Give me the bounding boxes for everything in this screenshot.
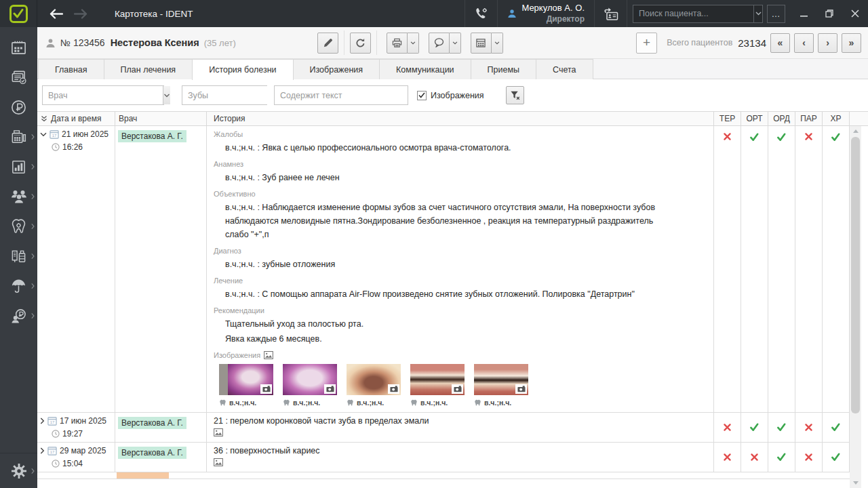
- vertical-scrollbar[interactable]: [850, 126, 861, 488]
- dental-photo-thumbnail[interactable]: [347, 364, 401, 395]
- status-par: [804, 423, 813, 432]
- total-patients-label: Всего пациентов: [667, 38, 732, 47]
- column-ord[interactable]: ОРД: [768, 112, 795, 125]
- search-dropdown-icon[interactable]: [753, 5, 762, 22]
- scrollbar-thumb[interactable]: [851, 137, 860, 413]
- column-history[interactable]: История: [207, 112, 714, 125]
- table-row[interactable]: 17 21 июн 2025 16:26 Верстакова А. Г. Жа…: [37, 126, 850, 413]
- tab-glavnaya[interactable]: Главная: [38, 59, 104, 79]
- table-row-partial[interactable]: [37, 472, 850, 479]
- clear-filter-button[interactable]: [506, 86, 524, 104]
- sidebar-item-schedule[interactable]: [0, 33, 37, 62]
- appointment-button[interactable]: [471, 33, 492, 54]
- chevron-right-icon: [31, 313, 35, 319]
- next-patient-button[interactable]: ›: [818, 33, 837, 53]
- sidebar-item-reports[interactable]: [0, 152, 37, 182]
- sidebar-item-materials[interactable]: [0, 241, 37, 271]
- column-xr[interactable]: ХР: [823, 112, 850, 125]
- visits-icon: [10, 69, 27, 86]
- calendar-icon: 17: [47, 446, 57, 455]
- dental-photo-thumbnail[interactable]: [474, 364, 528, 395]
- doctor-filter-dropdown-icon[interactable]: [163, 86, 170, 104]
- scroll-up-icon[interactable]: [850, 126, 861, 136]
- message-dropdown-icon[interactable]: [450, 33, 461, 54]
- tab-priemy[interactable]: Приемы: [471, 59, 536, 79]
- sidebar-item-insurance[interactable]: [0, 271, 37, 301]
- first-patient-button[interactable]: «: [770, 33, 790, 53]
- appointment-dropdown-icon[interactable]: [492, 33, 503, 54]
- telephony-button[interactable]: [465, 0, 497, 27]
- table-row[interactable]: 17 29 мар 2025 15:04 Верстакова А. Г. 36…: [37, 443, 850, 472]
- doctor-name-badge: Верстакова А. Г.: [118, 130, 186, 142]
- thumbnail-caption: в.ч.;н.ч.: [420, 399, 448, 407]
- dental-photo-thumbnail[interactable]: [219, 364, 273, 395]
- tab-istoriya-bolezni[interactable]: История болезни: [192, 59, 293, 80]
- sidebar: [0, 27, 37, 488]
- section-label: Рекомендации: [214, 306, 708, 314]
- message-button[interactable]: [429, 33, 450, 54]
- back-icon[interactable]: [50, 9, 63, 19]
- sidebar-item-cashbox[interactable]: [0, 122, 37, 152]
- dental-photo-thumbnail[interactable]: [283, 364, 337, 395]
- scroll-down-icon[interactable]: [850, 478, 861, 488]
- sidebar-item-settings[interactable]: [0, 453, 37, 488]
- tab-plan-lecheniya[interactable]: План лечения: [104, 59, 193, 79]
- patient-search-input[interactable]: [633, 5, 753, 22]
- add-patient-button[interactable]: +: [636, 33, 657, 54]
- section-text: в.ч.;н.ч. : Зуб ранее не лечен: [225, 171, 676, 184]
- dental-photo-thumbnail[interactable]: [410, 364, 465, 395]
- salary-icon: [10, 308, 27, 325]
- chevron-right-icon: [31, 164, 35, 170]
- status-ord: [776, 422, 787, 432]
- tab-kommunikatsii[interactable]: Коммуникации: [379, 59, 471, 79]
- chevron-right-icon: [31, 224, 35, 230]
- prev-patient-button[interactable]: ‹: [794, 33, 814, 53]
- status-xr: [831, 452, 841, 462]
- print-button[interactable]: [387, 33, 408, 54]
- sidebar-item-patients[interactable]: [0, 182, 37, 211]
- chevron-right-icon: [31, 468, 35, 474]
- collapse-row-icon[interactable]: [40, 132, 47, 137]
- sidebar-item-dental[interactable]: [0, 211, 37, 241]
- expand-row-icon[interactable]: [40, 447, 45, 454]
- status-xr: [831, 422, 841, 432]
- current-user-button[interactable]: Меркулов А. О. Директор: [497, 0, 594, 27]
- section-text: Явка каждые 6 месяцев.: [225, 332, 676, 346]
- sidebar-item-salary[interactable]: [0, 301, 37, 331]
- forward-icon[interactable]: [74, 9, 87, 19]
- tooth-icon: [347, 399, 354, 407]
- sidebar-item-payments[interactable]: [0, 92, 37, 122]
- collapse-all-icon[interactable]: [41, 115, 47, 122]
- refresh-button[interactable]: [350, 33, 371, 54]
- column-ter[interactable]: ТЕР: [714, 112, 741, 125]
- calendar-icon: 17: [47, 416, 57, 426]
- schedule-icon: [10, 39, 27, 56]
- edit-patient-button[interactable]: [317, 33, 338, 54]
- doctor-filter-input[interactable]: [43, 86, 163, 104]
- sidebar-item-visits[interactable]: [0, 62, 37, 92]
- images-filter-checkbox[interactable]: Изображения: [417, 91, 484, 100]
- search-more-button[interactable]: …: [767, 5, 785, 23]
- doctor-name-badge: Верстакова А. Г.: [118, 447, 186, 459]
- restore-button[interactable]: [816, 0, 842, 27]
- expand-row-icon[interactable]: [40, 418, 45, 424]
- minimize-button[interactable]: [791, 0, 816, 27]
- tab-izobrazheniya[interactable]: Изображения: [293, 59, 380, 79]
- table-row[interactable]: 17 17 июн 2025 19:27 Верстакова А. Г. 21…: [37, 413, 850, 443]
- print-dropdown-icon[interactable]: [408, 33, 419, 54]
- column-ort[interactable]: ОРТ: [741, 112, 768, 125]
- column-doctor[interactable]: Врач: [115, 112, 207, 125]
- status-ort: [750, 453, 759, 462]
- status-par: [804, 453, 813, 462]
- visit-summary: 36 : поверхностный кариес: [214, 446, 708, 455]
- tab-scheta[interactable]: Счета: [536, 59, 593, 79]
- chat-bubble-icon: [434, 38, 444, 47]
- picture-icon: [214, 428, 708, 436]
- column-par[interactable]: ПАР: [795, 112, 823, 125]
- contains-text-input[interactable]: [274, 85, 408, 105]
- patient-card-return-button[interactable]: [594, 0, 627, 27]
- camera-icon: [324, 384, 336, 394]
- last-patient-button[interactable]: »: [842, 33, 861, 53]
- column-date[interactable]: Дата и время: [51, 114, 101, 123]
- close-button[interactable]: [842, 0, 868, 27]
